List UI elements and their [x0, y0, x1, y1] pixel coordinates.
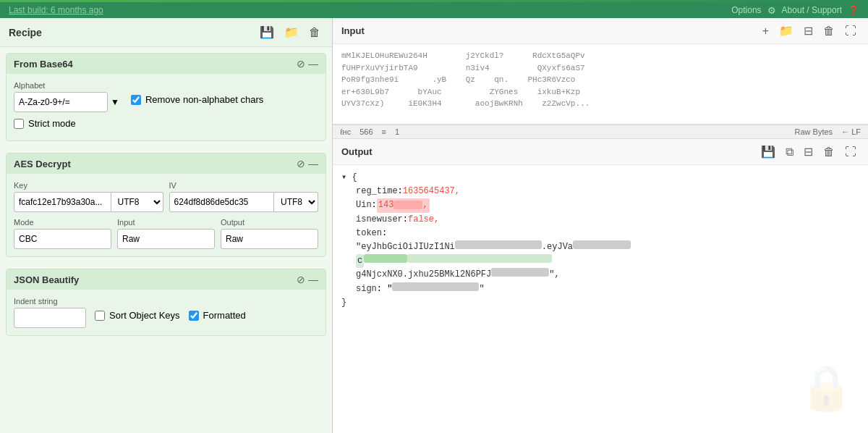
- input-header: Input + 📁 ⊟ 🗑 ⛶: [333, 18, 868, 44]
- main-layout: Recipe 💾 📁 🗑 From Base64 ⊘ — Alphabet: [0, 18, 868, 433]
- sort-keys-row: Sort Object Keys: [95, 310, 180, 321]
- status-right: Raw Bytes ← LF: [792, 127, 861, 136]
- alphabet-label: Alphabet: [14, 81, 119, 90]
- iv-label: IV: [169, 181, 319, 190]
- recipe-title: Recipe: [9, 27, 42, 38]
- input-format-label: Input: [117, 218, 215, 227]
- json-beautify-controls: ⊘ —: [297, 274, 318, 285]
- right-panel: Input + 📁 ⊟ 🗑 ⛶ mMlKJELOHuREWu264H j2YCk…: [333, 18, 868, 433]
- strict-mode-row: Strict mode: [14, 118, 318, 129]
- aes-disable-button[interactable]: ⊘: [297, 158, 305, 169]
- json-beautify-header: JSON Beautify ⊘ —: [7, 269, 326, 290]
- json-reg-time: reg_time: 1635645437,: [341, 185, 859, 198]
- status-bar: ℓнс 566 ≡ 1 Raw Bytes ← LF: [333, 125, 868, 139]
- aes-decrypt-controls: ⊘ —: [297, 158, 318, 169]
- input-folder-button[interactable]: 📁: [776, 22, 796, 39]
- key-label: Key: [14, 181, 163, 190]
- lines-value: 1: [395, 127, 399, 136]
- json-token-line2: c: [341, 254, 859, 268]
- input-text-area[interactable]: mMlKJELOHuREWu264H j2YCkdl? RdcXtG5aQPv …: [333, 44, 868, 124]
- json-beautify-title: JSON Beautify: [14, 274, 79, 285]
- strict-mode-label: Strict mode: [28, 118, 76, 129]
- formatted-checkbox[interactable]: [189, 311, 199, 321]
- sort-keys-checkbox[interactable]: [95, 311, 105, 321]
- formatted-label: Formatted: [203, 310, 246, 321]
- mode-input[interactable]: [14, 229, 111, 249]
- from-base64-header: From Base64 ⊘ —: [7, 54, 326, 74]
- json-uin: Uin: 143,: [341, 198, 859, 212]
- aes-minimize-button[interactable]: —: [308, 158, 318, 169]
- json-beautify-operation: JSON Beautify ⊘ — Indent string Sort Obj…: [6, 269, 326, 336]
- help-icon[interactable]: ❓: [848, 5, 859, 16]
- input-add-button[interactable]: +: [760, 22, 772, 39]
- from-base64-body: Alphabet ▼ Remove non-alphabet chars Str…: [7, 74, 326, 140]
- remove-nonalpha-label: Remove non-alphabet chars: [145, 94, 263, 105]
- mode-label: Mode: [14, 218, 111, 227]
- aes-decrypt-title: AES Decrypt: [14, 159, 71, 169]
- json-disable-button[interactable]: ⊘: [297, 274, 305, 285]
- strict-mode-checkbox[interactable]: [14, 119, 24, 129]
- input-line-1: mMlKJELOHuREWu264H j2YCkdl? RdcXtG5aQPv: [341, 50, 859, 62]
- key-encoding-select[interactable]: UTF8 Hex Base64: [111, 192, 163, 212]
- line-ending-indicator[interactable]: ← LF: [841, 127, 861, 136]
- aes-decrypt-header: AES Decrypt ⊘ —: [7, 154, 326, 174]
- input-split-button[interactable]: ⊟: [801, 22, 816, 39]
- indent-label: Indent string: [14, 297, 86, 306]
- from-base64-disable-button[interactable]: ⊘: [297, 58, 305, 70]
- clear-recipe-button[interactable]: 🗑: [306, 24, 323, 41]
- output-save-button[interactable]: 💾: [758, 143, 778, 160]
- input-format-field: Input: [117, 218, 215, 249]
- output-split-button[interactable]: ⊟: [801, 143, 816, 160]
- indent-field: Indent string: [14, 297, 86, 328]
- output-format-label: Output: [221, 218, 318, 227]
- output-title: Output: [341, 146, 373, 157]
- json-beautify-body: Indent string Sort Object Keys Formatted: [7, 290, 326, 335]
- alphabet-input[interactable]: [14, 92, 108, 112]
- output-format-input[interactable]: [221, 229, 318, 249]
- top-bar-right: Options ⚙ About / Support ❓: [731, 5, 859, 16]
- from-base64-minimize-button[interactable]: —: [308, 58, 318, 70]
- input-line-5: UYV37cXz) iE0K3H4 aoojBwKRNh z2ZwcVp...: [341, 98, 859, 110]
- input-format-input[interactable]: [117, 229, 215, 249]
- lines-icon: ≡: [382, 127, 386, 136]
- json-isnewuser: isnewuser: false,: [341, 213, 859, 227]
- left-panel: Recipe 💾 📁 🗑 From Base64 ⊘ — Alphabet: [0, 18, 333, 433]
- alphabet-dropdown-icon[interactable]: ▼: [111, 97, 119, 107]
- output-fullscreen-button[interactable]: ⛶: [842, 143, 859, 160]
- options-link[interactable]: Options: [731, 5, 761, 15]
- aes-decrypt-body: Key UTF8 Hex Base64 IV: [7, 174, 326, 256]
- json-open-brace: ▾ {: [341, 171, 859, 185]
- alphabet-field: Alphabet ▼: [14, 81, 119, 112]
- json-minimize-button[interactable]: —: [308, 274, 318, 285]
- recipe-header: Recipe 💾 📁 🗑: [0, 18, 332, 47]
- iv-input[interactable]: [169, 192, 275, 212]
- iv-input-group: UTF8 Hex: [169, 192, 319, 212]
- raw-bytes-button[interactable]: Raw Bytes: [792, 127, 836, 136]
- key-input[interactable]: [14, 192, 111, 212]
- about-link[interactable]: About / Support: [782, 5, 842, 15]
- aes-mode-row: Mode Input Output: [14, 218, 318, 249]
- open-folder-button[interactable]: 📁: [281, 24, 302, 41]
- key-input-group: UTF8 Hex Base64: [14, 192, 163, 212]
- json-close-brace: }: [341, 296, 859, 310]
- alphabet-row: Alphabet ▼ Remove non-alphabet chars: [14, 81, 318, 112]
- input-fullscreen-button[interactable]: ⛶: [842, 22, 859, 39]
- key-field: Key UTF8 Hex Base64: [14, 181, 163, 212]
- output-header: Output 💾 ⧉ ⊟ 🗑 ⛶: [333, 139, 868, 165]
- output-copy-button[interactable]: ⧉: [783, 143, 796, 160]
- remove-nonalpha-checkbox[interactable]: [131, 95, 141, 105]
- save-recipe-button[interactable]: 💾: [257, 24, 277, 41]
- remove-nonalpha-row: Remove non-alphabet chars: [131, 94, 263, 105]
- iv-encoding-select[interactable]: UTF8 Hex: [274, 192, 318, 212]
- input-copy-button[interactable]: 🗑: [820, 22, 838, 39]
- offset-value: 566: [359, 127, 373, 136]
- json-token-key: token:: [341, 227, 859, 240]
- output-trash-button[interactable]: 🗑: [820, 143, 838, 160]
- iv-field: IV UTF8 Hex: [169, 181, 319, 212]
- gear-icon[interactable]: ⚙: [767, 5, 776, 16]
- input-section: Input + 📁 ⊟ 🗑 ⛶ mMlKJELOHuREWu264H j2YCk…: [333, 18, 868, 125]
- recipe-actions: 💾 📁 🗑: [257, 24, 323, 41]
- input-line-3: PoR9fg3nhe9i .yB Qz qn. PHc3R6Vzco: [341, 74, 859, 86]
- offset-label: ℓнс: [340, 127, 351, 136]
- indent-input[interactable]: [14, 308, 86, 328]
